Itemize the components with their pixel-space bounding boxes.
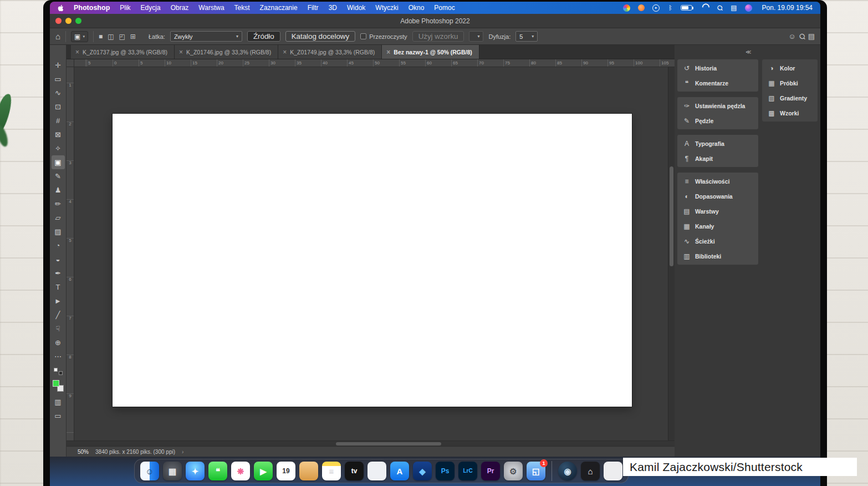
- brush-tool[interactable]: ✎: [52, 169, 65, 183]
- calendar-dock-icon[interactable]: 19: [277, 462, 295, 480]
- color-wheel-icon[interactable]: [623, 4, 630, 12]
- patch-tool[interactable]: ▣: [52, 155, 65, 169]
- account-icon[interactable]: ☺: [788, 32, 795, 40]
- menubar-clock[interactable]: Pon. 19.09 19:54: [762, 4, 813, 12]
- light-app-dock-icon[interactable]: [367, 462, 386, 480]
- panel-pedzle[interactable]: ✎Pędzle: [677, 113, 758, 128]
- menu-obraz[interactable]: Obraz: [171, 4, 189, 12]
- eyedropper-tool[interactable]: ✧: [52, 141, 65, 155]
- default-colors-icon[interactable]: [54, 368, 63, 375]
- source-button[interactable]: Źródło: [247, 31, 280, 42]
- play-circle-icon[interactable]: ▸: [652, 4, 660, 12]
- wifi-icon[interactable]: ◠: [702, 2, 709, 12]
- transparent-checkbox[interactable]: [360, 33, 366, 39]
- app-store-dock-icon[interactable]: A: [390, 462, 409, 480]
- messages-dock-icon[interactable]: ❝: [208, 462, 227, 480]
- document-tab[interactable]: ×K_Z01749.jpg @ 33,3% (RGB/8): [278, 45, 382, 59]
- panel-typografia[interactable]: ATypografia: [677, 136, 758, 151]
- intersect-selection-icon[interactable]: ⊞: [130, 33, 136, 40]
- menu-zaznaczanie[interactable]: Zaznaczanie: [260, 4, 298, 12]
- siri-icon[interactable]: [745, 4, 752, 12]
- destination-button[interactable]: Katalog docelowy: [285, 31, 355, 42]
- search-icon[interactable]: Ϙ: [797, 32, 807, 42]
- quick-mask-icon[interactable]: ▥: [52, 395, 65, 409]
- premiere-pro-dock-icon[interactable]: Pr: [481, 462, 500, 480]
- active-app-menu[interactable]: Photoshop: [74, 4, 110, 12]
- panel-probki[interactable]: ▦Próbki: [762, 75, 818, 90]
- close-tab-icon[interactable]: ×: [283, 48, 287, 56]
- object-selection-tool[interactable]: ⊡: [52, 100, 65, 114]
- history-brush-tool[interactable]: ✏: [52, 197, 65, 211]
- menu-3d[interactable]: 3D: [329, 4, 337, 12]
- home-app-dock-icon[interactable]: ⌂: [581, 462, 600, 480]
- menu-filtr[interactable]: Filtr: [308, 4, 319, 12]
- horizontal-scrollbar[interactable]: [67, 441, 675, 446]
- orange-dot-icon[interactable]: [638, 4, 645, 11]
- panel-kanaly[interactable]: ▦Kanały: [677, 219, 758, 234]
- clone-stamp-tool[interactable]: ♟: [52, 183, 65, 197]
- safari-dock-icon[interactable]: ✦: [186, 462, 205, 480]
- finder-dock-icon[interactable]: ☺: [140, 462, 159, 480]
- close-tab-icon[interactable]: ×: [386, 48, 390, 56]
- blur-tool[interactable]: ◔: [52, 239, 65, 252]
- panel-kolor[interactable]: ◑Kolor: [762, 60, 818, 75]
- panel-gradienty[interactable]: ▧Gradienty: [762, 90, 818, 105]
- move-tool[interactable]: ✛: [52, 58, 65, 72]
- facetime-dock-icon[interactable]: ▶: [254, 462, 273, 480]
- panel-biblioteki[interactable]: ▥Biblioteki: [677, 249, 758, 264]
- blue-diamond-app-dock-icon[interactable]: ◆: [413, 462, 432, 480]
- vertical-scrollbar-thumb[interactable]: [670, 166, 673, 266]
- panel-wzorki[interactable]: ▩Wzorki: [762, 105, 818, 120]
- apple-menu[interactable]: [58, 4, 64, 12]
- add-to-selection-icon[interactable]: ◫: [108, 33, 114, 40]
- diffusion-dropdown[interactable]: 5: [515, 31, 538, 42]
- type-tool[interactable]: T: [52, 280, 65, 294]
- menu-plik[interactable]: Plik: [120, 4, 130, 12]
- panel-sciezki[interactable]: ∿Ścieżki: [677, 234, 758, 249]
- home-icon[interactable]: ⌂: [55, 32, 60, 41]
- new-selection-icon[interactable]: ■: [99, 33, 103, 40]
- panel-dopasowania[interactable]: ◐Dopasowania: [677, 189, 758, 204]
- orange-app-dock-icon[interactable]: [299, 462, 318, 480]
- toolbar-ellipsis-icon[interactable]: ⋯: [52, 350, 65, 363]
- panel-akapit[interactable]: ¶Akapit: [677, 151, 758, 166]
- panel-ustawienia-pedzla[interactable]: ✑Ustawienia pędzla: [677, 98, 758, 113]
- photos-dock-icon[interactable]: ❋: [231, 462, 250, 480]
- photoshop-dock-icon[interactable]: Ps: [436, 462, 455, 480]
- marquee-tool[interactable]: ▭: [52, 72, 65, 86]
- menu-okno[interactable]: Okno: [409, 4, 425, 12]
- vertical-scrollbar[interactable]: [668, 67, 675, 441]
- workspaces-icon[interactable]: ▤: [808, 32, 815, 40]
- close-tab-icon[interactable]: ×: [179, 48, 183, 56]
- close-tab-icon[interactable]: ×: [75, 48, 79, 56]
- menu-edycja[interactable]: Edycja: [141, 4, 161, 12]
- battery-icon[interactable]: [681, 5, 692, 11]
- canvas[interactable]: [113, 114, 632, 407]
- bluetooth-icon[interactable]: ᛒ: [667, 4, 673, 11]
- app-windows-dock-icon[interactable]: ◱1: [527, 462, 545, 480]
- hand-tool[interactable]: ☟: [52, 322, 65, 336]
- document-tab[interactable]: ×Bez nazwy-1 @ 50% (RGB/8): [382, 45, 479, 59]
- line-tool[interactable]: ╱: [52, 308, 65, 322]
- panel-warstwy[interactable]: ▤Warstwy: [677, 204, 758, 219]
- tool-preset-picker[interactable]: ▣ ▾: [71, 31, 88, 42]
- status-options-chevron-icon[interactable]: ›: [182, 449, 183, 455]
- gradient-tool[interactable]: ▨: [52, 225, 65, 239]
- light-app-2-dock-icon[interactable]: [604, 462, 622, 480]
- dodge-tool[interactable]: ◒: [52, 252, 65, 266]
- launchpad-dock-icon[interactable]: ▦: [163, 462, 182, 480]
- panel-wlasciwosci[interactable]: ≡Właściwości: [677, 174, 758, 189]
- eraser-tool[interactable]: ▱: [52, 211, 65, 225]
- horizontal-scrollbar-thumb[interactable]: [336, 442, 441, 446]
- lasso-tool[interactable]: ∿: [52, 86, 65, 100]
- minimize-window-button[interactable]: [65, 18, 72, 24]
- zoom-level-field[interactable]: 50%: [78, 449, 89, 455]
- menu-widok[interactable]: Widok: [347, 4, 365, 12]
- patch-mode-dropdown[interactable]: Zwykły: [170, 31, 242, 42]
- lightroom-classic-dock-icon[interactable]: LrC: [458, 462, 477, 480]
- screen-mode-icon[interactable]: ▭: [52, 409, 65, 423]
- collapse-panels-icon[interactable]: ≪: [746, 49, 751, 55]
- use-pattern-button[interactable]: Użyj wzorku: [412, 31, 464, 42]
- search-icon[interactable]: Ϙ: [716, 3, 725, 13]
- document-tab[interactable]: ×K_Z01746.jpg @ 33,3% (RGB/8): [175, 45, 278, 59]
